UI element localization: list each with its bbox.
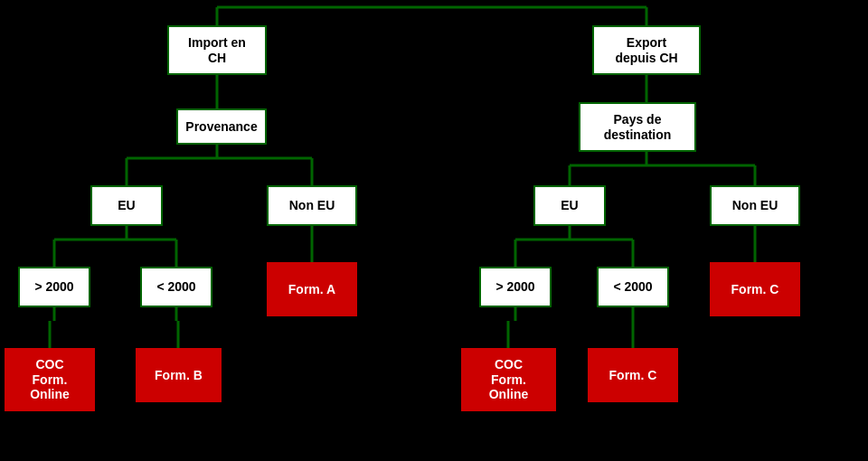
- coc-left-node: COCForm.Online: [5, 348, 95, 411]
- pays-destination-node: Pays dedestination: [579, 102, 696, 152]
- connector-lines: [0, 0, 868, 461]
- lt2000-right-node: < 2000: [597, 267, 669, 307]
- gt2000-right-node: > 2000: [479, 267, 552, 307]
- tree-diagram: Import enCH Exportdepuis CH Provenance P…: [0, 0, 868, 461]
- provenance-node: Provenance: [176, 108, 267, 145]
- noneu-left-node: Non EU: [267, 185, 357, 226]
- form-c-right-node: Form. C: [710, 262, 800, 316]
- eu-right-node: EU: [533, 185, 606, 226]
- noneu-right-node: Non EU: [710, 185, 800, 226]
- export-ch-node: Exportdepuis CH: [592, 25, 701, 75]
- eu-left-node: EU: [90, 185, 163, 226]
- form-a-node: Form. A: [267, 262, 357, 316]
- gt2000-left-node: > 2000: [18, 267, 90, 307]
- lt2000-left-node: < 2000: [140, 267, 212, 307]
- import-ch-node: Import enCH: [167, 25, 267, 75]
- form-b-node: Form. B: [136, 348, 222, 402]
- coc-right-node: COCForm.Online: [461, 348, 556, 411]
- form-c-left-node: Form. C: [588, 348, 678, 402]
